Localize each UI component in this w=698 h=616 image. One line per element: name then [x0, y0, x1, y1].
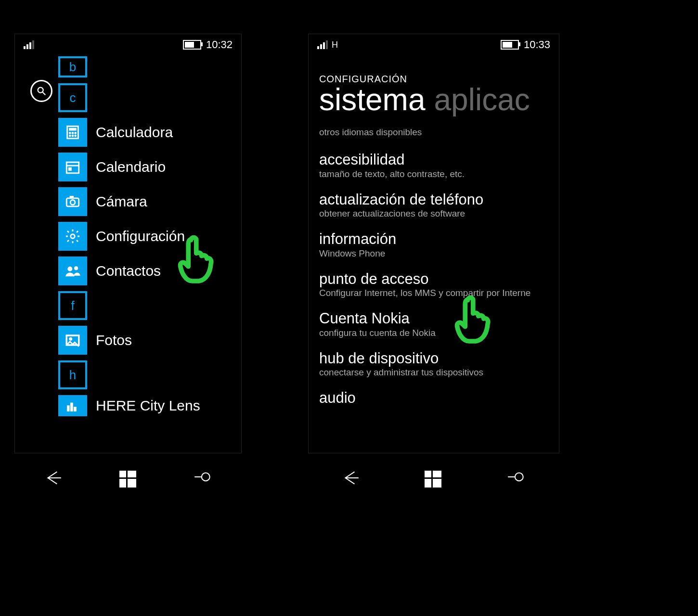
svg-rect-12 — [69, 167, 72, 170]
svg-point-18 — [75, 267, 78, 270]
svg-point-5 — [72, 132, 73, 134]
setting-title: accesibilidad — [319, 152, 548, 168]
svg-rect-23 — [74, 407, 76, 411]
back-button[interactable] — [43, 468, 63, 490]
setting-hub-dispositivo[interactable]: hub de dispositivo conectarse y administ… — [319, 345, 548, 385]
setting-audio[interactable]: audio — [319, 385, 548, 413]
navbar — [308, 462, 558, 496]
pivot-aplicaciones[interactable]: aplicac — [434, 82, 530, 117]
setting-subtitle: Configurar Internet, los MMS y compartir… — [319, 288, 548, 298]
svg-point-6 — [75, 132, 76, 134]
battery-charging-icon — [183, 40, 201, 50]
search-nav-button[interactable] — [193, 468, 213, 490]
setting-title: audio — [319, 390, 548, 406]
citylens-icon — [58, 395, 87, 416]
battery-icon — [501, 40, 519, 50]
app-label: HERE City Lens — [96, 398, 200, 414]
svg-point-20 — [69, 337, 72, 340]
svg-point-25 — [201, 473, 209, 481]
app-label: Configuración — [96, 228, 185, 244]
signal-icon — [24, 40, 34, 49]
svg-point-28 — [515, 473, 523, 481]
app-calendario[interactable]: Calendario — [58, 150, 241, 184]
app-camara[interactable]: Cámara — [58, 184, 241, 219]
setting-subtitle: Windows Phone — [319, 248, 548, 259]
start-button[interactable] — [119, 471, 136, 488]
svg-point-14 — [70, 200, 75, 205]
app-fotos[interactable]: Fotos — [58, 323, 241, 358]
settings-note: otros idiomas disponibles — [319, 127, 548, 138]
network-label: H — [332, 40, 338, 50]
jump-letter-c[interactable]: c — [58, 80, 241, 115]
setting-informacion[interactable]: información Windows Phone — [319, 226, 548, 266]
svg-point-17 — [68, 267, 72, 271]
signal-icon — [317, 40, 328, 49]
svg-point-8 — [72, 135, 73, 136]
svg-rect-21 — [67, 406, 69, 411]
app-label: Fotos — [96, 332, 132, 348]
contacts-icon — [58, 257, 87, 285]
setting-title: hub de dispositivo — [319, 351, 548, 367]
setting-subtitle: conectarse y administrar tus dispositivo… — [319, 367, 548, 378]
svg-point-0 — [38, 88, 43, 93]
setting-subtitle: obtener actualizaciones de software — [319, 208, 548, 219]
svg-point-4 — [69, 132, 71, 134]
setting-subtitle: configura tu cuenta de Nokia — [319, 328, 548, 338]
jump-letter-label: f — [71, 298, 74, 313]
status-bar: H 10:33 — [309, 34, 559, 53]
app-configuracion[interactable]: Configuración — [58, 219, 241, 254]
setting-actualizacion[interactable]: actualización de teléfono obtener actual… — [319, 186, 548, 226]
setting-title: actualización de teléfono — [319, 192, 548, 208]
jump-letter-label: b — [69, 60, 76, 75]
svg-point-7 — [69, 135, 71, 136]
pivot-sistema[interactable]: sistema — [319, 82, 426, 117]
windows-icon — [425, 471, 441, 488]
app-label: Cámara — [96, 193, 147, 210]
svg-line-1 — [43, 92, 46, 95]
setting-cuenta-nokia[interactable]: Cuenta Nokia configura tu cuenta de Noki… — [319, 305, 548, 345]
phone-app-list: 10:32 b c — [14, 34, 242, 453]
start-button[interactable] — [425, 471, 441, 488]
app-contactos[interactable]: Contactos — [58, 254, 241, 288]
photos-icon — [58, 326, 87, 355]
app-label: Calendario — [96, 159, 166, 175]
setting-title: información — [319, 231, 548, 247]
navbar — [14, 462, 241, 496]
calendar-icon — [58, 153, 87, 181]
back-button[interactable] — [340, 468, 361, 490]
app-label: Contactos — [96, 263, 161, 279]
phone-settings: H 10:33 CONFIGURACIÓN sistema aplicac ot… — [308, 34, 559, 453]
status-bar: 10:32 — [15, 34, 241, 53]
search-icon — [36, 86, 47, 96]
svg-point-9 — [75, 135, 76, 136]
setting-title: punto de acceso — [319, 271, 548, 287]
search-nav-button[interactable] — [506, 468, 526, 490]
jump-letter-b[interactable]: b — [58, 53, 241, 80]
jump-letter-label: c — [70, 90, 76, 105]
windows-icon — [119, 471, 136, 488]
search-button[interactable] — [30, 80, 52, 102]
svg-rect-3 — [69, 128, 76, 130]
settings-pivot[interactable]: sistema aplicac — [319, 82, 548, 117]
app-here-city-lens[interactable]: HERE City Lens — [58, 392, 241, 419]
jump-letter-f[interactable]: f — [58, 288, 241, 323]
app-calculadora[interactable]: Calculadora — [58, 115, 241, 150]
jump-letter-h[interactable]: h — [58, 358, 241, 392]
jump-letter-label: h — [69, 368, 76, 383]
svg-rect-22 — [71, 403, 73, 411]
clock: 10:32 — [206, 38, 233, 51]
setting-subtitle: tamaño de texto, alto contraste, etc. — [319, 169, 548, 180]
setting-accesibilidad[interactable]: accesibilidad tamaño de texto, alto cont… — [319, 146, 548, 186]
setting-punto-de-acceso[interactable]: punto de acceso Configurar Internet, los… — [319, 266, 548, 306]
clock: 10:33 — [524, 38, 550, 51]
calculator-icon — [58, 118, 87, 147]
camera-icon — [58, 187, 87, 216]
app-label: Calculadora — [96, 124, 173, 141]
setting-title: Cuenta Nokia — [319, 311, 548, 327]
settings-icon — [58, 222, 87, 251]
svg-point-16 — [71, 234, 75, 239]
svg-rect-15 — [70, 196, 73, 198]
